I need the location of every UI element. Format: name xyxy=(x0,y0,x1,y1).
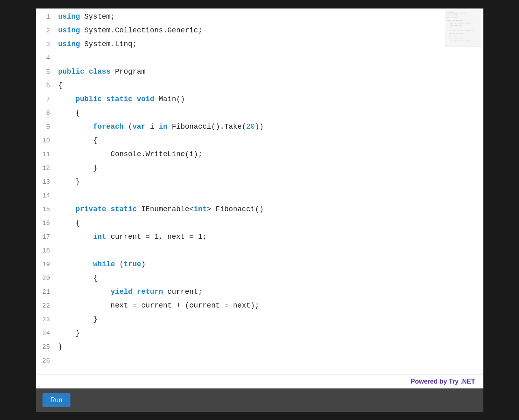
line-number: 6 xyxy=(36,82,58,89)
powered-by-label: Powered by Try .NET xyxy=(36,374,483,388)
line-content: using System; xyxy=(58,13,483,21)
line-number: 8 xyxy=(36,110,58,117)
code-line: 9 foreach (var i in Fibonacci().Take(20)… xyxy=(36,123,483,136)
line-content: } xyxy=(58,164,483,172)
code-line: 21 yield return current; xyxy=(36,288,483,301)
line-content: } xyxy=(58,315,483,323)
line-number: 18 xyxy=(36,247,58,255)
minimap: using System; using System.Collections.G… xyxy=(445,11,481,47)
code-line: 23 } xyxy=(36,315,483,329)
line-number: 17 xyxy=(36,233,58,241)
line-number: 19 xyxy=(36,261,58,268)
line-number: 26 xyxy=(36,357,58,365)
line-content xyxy=(58,246,483,255)
code-line: 1using System; xyxy=(36,13,483,26)
line-number: 2 xyxy=(36,27,58,34)
code-line: 13 } xyxy=(36,178,483,191)
code-line: 11 Console.WriteLine(i); xyxy=(36,150,483,164)
code-line: 17 int current = 1, next = 1; xyxy=(36,233,483,246)
line-content xyxy=(58,356,483,365)
code-line: 24 } xyxy=(36,329,483,343)
line-number: 7 xyxy=(36,96,58,103)
line-number: 10 xyxy=(36,137,58,144)
line-number: 11 xyxy=(36,151,58,158)
line-number: 1 xyxy=(36,13,58,21)
code-line: 26 xyxy=(36,356,483,370)
line-content: public class Program xyxy=(58,68,483,76)
code-line: 5public class Program xyxy=(36,68,483,81)
line-content: using System.Linq; xyxy=(58,40,483,48)
code-line: 22 next = current + (current = next); xyxy=(36,301,483,315)
line-content: { xyxy=(58,136,483,144)
code-lines: 1using System;2using System.Collections.… xyxy=(36,13,483,370)
line-content: { xyxy=(58,81,483,89)
code-line: 12 } xyxy=(36,164,483,178)
code-line: 8 { xyxy=(36,109,483,123)
line-number: 20 xyxy=(36,275,58,282)
line-content: } xyxy=(58,178,483,186)
line-number: 15 xyxy=(36,206,58,213)
line-content xyxy=(58,54,483,62)
line-content: while (true) xyxy=(58,260,483,268)
line-content: yield return current; xyxy=(58,288,483,296)
code-line: 18 xyxy=(36,246,483,260)
line-number: 3 xyxy=(36,41,58,48)
line-content: foreach (var i in Fibonacci().Take(20)) xyxy=(58,123,483,131)
code-line: 10 { xyxy=(36,136,483,150)
line-number: 21 xyxy=(36,288,58,296)
minimap-content: using System; using System.Collections.G… xyxy=(445,11,481,46)
line-content: Console.WriteLine(i); xyxy=(58,150,483,158)
code-line: 7 public static void Main() xyxy=(36,95,483,109)
line-number: 16 xyxy=(36,220,58,227)
code-line: 15 private static IEnumerable<int> Fibon… xyxy=(36,205,483,219)
code-line: 14 xyxy=(36,191,483,205)
editor-container: using System; using System.Collections.G… xyxy=(36,8,483,412)
line-content: } xyxy=(58,343,483,351)
line-number: 14 xyxy=(36,192,58,199)
code-line: 2using System.Collections.Generic; xyxy=(36,26,483,40)
code-line: 20 { xyxy=(36,274,483,288)
code-line: 4 xyxy=(36,54,483,68)
line-number: 22 xyxy=(36,302,58,310)
line-content: { xyxy=(58,274,483,282)
bottom-bar: Run xyxy=(36,388,483,412)
line-content: { xyxy=(58,109,483,117)
line-content: using System.Collections.Generic; xyxy=(58,26,483,34)
line-number: 13 xyxy=(36,178,58,186)
line-content: private static IEnumerable<int> Fibonacc… xyxy=(58,205,483,213)
code-line: 3using System.Linq; xyxy=(36,40,483,54)
line-number: 24 xyxy=(36,330,58,337)
code-area: using System; using System.Collections.G… xyxy=(36,8,483,374)
run-button[interactable]: Run xyxy=(43,393,70,407)
line-content: { xyxy=(58,219,483,227)
line-number: 4 xyxy=(36,55,58,62)
line-number: 5 xyxy=(36,68,58,76)
line-content: next = current + (current = next); xyxy=(58,301,483,310)
line-number: 9 xyxy=(36,123,58,131)
line-content: int current = 1, next = 1; xyxy=(58,233,483,241)
line-content: } xyxy=(58,329,483,337)
line-number: 25 xyxy=(36,344,58,351)
line-content xyxy=(58,191,483,199)
line-number: 12 xyxy=(36,165,58,172)
line-content: public static void Main() xyxy=(58,95,483,103)
line-number: 23 xyxy=(36,316,58,323)
code-line: 6{ xyxy=(36,81,483,95)
code-line: 25} xyxy=(36,343,483,356)
code-line: 16 { xyxy=(36,219,483,233)
code-line: 19 while (true) xyxy=(36,260,483,274)
